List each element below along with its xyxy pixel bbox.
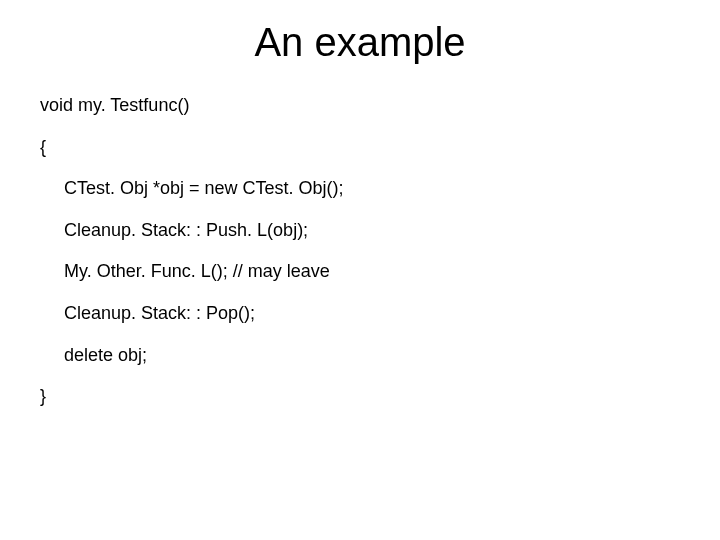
code-line-4: Cleanup. Stack: : Push. L(obj); <box>40 220 680 242</box>
code-line-1: void my. Testfunc() <box>40 95 680 117</box>
code-line-6: Cleanup. Stack: : Pop(); <box>40 303 680 325</box>
code-line-3: CTest. Obj *obj = new CTest. Obj(); <box>40 178 680 200</box>
code-line-5: My. Other. Func. L(); // may leave <box>40 261 680 283</box>
code-line-7: delete obj; <box>40 345 680 367</box>
code-line-8: } <box>40 386 680 408</box>
slide: An example void my. Testfunc() { CTest. … <box>0 0 720 540</box>
code-line-2: { <box>40 137 680 159</box>
slide-title: An example <box>40 20 680 65</box>
